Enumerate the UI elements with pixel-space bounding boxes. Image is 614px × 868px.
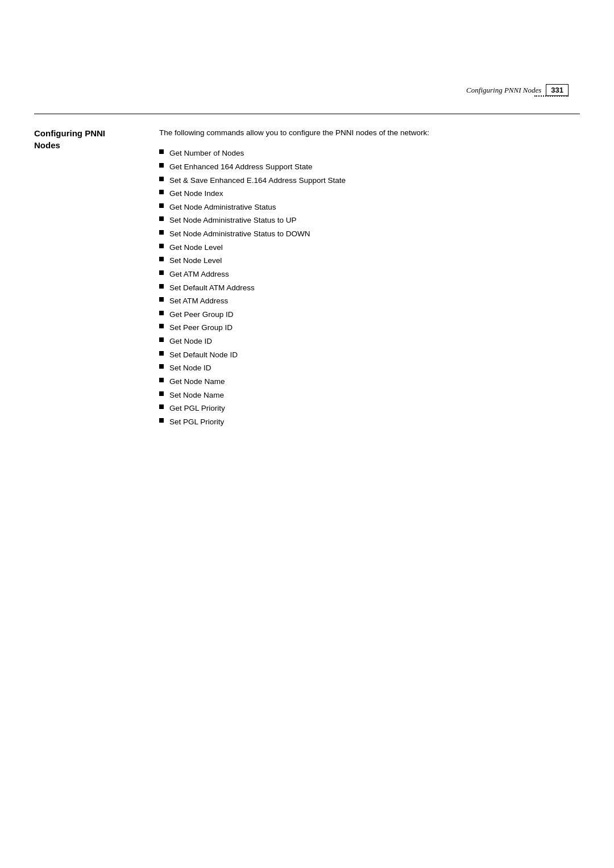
bullet-text: Get Node Level	[169, 241, 580, 254]
page: Configuring PNNI Nodes 331 Configuring P…	[0, 0, 614, 868]
bullet-text: Set Node Name	[169, 389, 580, 402]
bullet-icon	[159, 149, 164, 154]
bullet-icon	[159, 230, 164, 235]
list-item: Get Enhanced 164 Address Support State	[159, 160, 580, 174]
bullet-icon	[159, 244, 164, 248]
bullet-text: Set Node ID	[169, 361, 580, 375]
bullet-icon	[159, 391, 164, 396]
list-item: Get Node Index	[159, 187, 580, 201]
list-item: Get Number of Nodes	[159, 147, 580, 160]
bullet-icon	[159, 337, 164, 342]
list-item: Set Default ATM Address	[159, 281, 580, 295]
list-item: Get PGL Priority	[159, 402, 580, 415]
list-item: Set Node Level	[159, 254, 580, 268]
bullet-text: Set Node Administrative Status to DOWN	[169, 227, 580, 241]
bullet-icon	[159, 311, 164, 315]
list-item: Get Node Administrative Status	[159, 201, 580, 214]
bullet-icon	[159, 284, 164, 289]
list-item: Set ATM Address	[159, 294, 580, 308]
list-item: Get Node ID	[159, 335, 580, 348]
bullet-text: Set Peer Group ID	[169, 321, 580, 335]
list-item: Set & Save Enhanced E.164 Address Suppor…	[159, 174, 580, 187]
bullet-icon	[159, 203, 164, 208]
bullet-text: Get PGL Priority	[169, 402, 580, 415]
dotted-decoration	[534, 95, 569, 97]
bullet-text: Get Node Name	[169, 375, 580, 389]
bullet-text: Set Default ATM Address	[169, 281, 580, 295]
section-rule	[34, 114, 580, 114]
bullet-text: Set PGL Priority	[169, 415, 580, 429]
bullet-list: Get Number of NodesGet Enhanced 164 Addr…	[159, 147, 580, 428]
bullet-icon	[159, 404, 164, 409]
header-title: Configuring PNNI Nodes	[466, 86, 541, 95]
list-item: Get Node Name	[159, 375, 580, 389]
list-item: Get ATM Address	[159, 268, 580, 281]
list-item: Set Default Node ID	[159, 348, 580, 362]
bullet-icon	[159, 297, 164, 302]
list-item: Get Peer Group ID	[159, 308, 580, 322]
bullet-icon	[159, 257, 164, 261]
bullet-icon	[159, 177, 164, 181]
bullet-icon	[159, 364, 164, 369]
bullet-icon	[159, 351, 164, 356]
bullet-text: Get Node Administrative Status	[169, 201, 580, 214]
bullet-text: Set ATM Address	[169, 294, 580, 308]
bullet-text: Set & Save Enhanced E.164 Address Suppor…	[169, 174, 580, 187]
section-title: Configuring PNNI Nodes	[34, 127, 148, 151]
bullet-text: Get ATM Address	[169, 268, 580, 281]
bullet-text: Set Default Node ID	[169, 348, 580, 362]
list-item: Set PGL Priority	[159, 415, 580, 429]
main-content: Configuring PNNI Nodes The following com…	[34, 125, 580, 428]
page-number: 331	[546, 84, 569, 96]
page-header: Configuring PNNI Nodes 331	[466, 84, 569, 96]
bullet-icon	[159, 216, 164, 221]
bullet-icon	[159, 324, 164, 328]
bullet-text: Get Enhanced 164 Address Support State	[169, 160, 580, 174]
bullet-icon	[159, 163, 164, 168]
bullet-icon	[159, 270, 164, 275]
bullet-icon	[159, 378, 164, 382]
list-item: Set Node Administrative Status to DOWN	[159, 227, 580, 241]
list-item: Set Node ID	[159, 361, 580, 375]
bullet-text: Get Node Index	[169, 187, 580, 201]
bullet-text: Set Node Level	[169, 254, 580, 268]
bullet-text: Get Node ID	[169, 335, 580, 348]
bullet-text: Get Peer Group ID	[169, 308, 580, 322]
list-item: Set Node Name	[159, 389, 580, 402]
bullet-text: Get Number of Nodes	[169, 147, 580, 160]
bullet-icon	[159, 418, 164, 423]
bullet-text: Set Node Administrative Status to UP	[169, 214, 580, 227]
list-item: Get Node Level	[159, 241, 580, 254]
right-column: The following commands allow you to conf…	[159, 125, 580, 428]
list-item: Set Node Administrative Status to UP	[159, 214, 580, 227]
left-column: Configuring PNNI Nodes	[34, 125, 159, 428]
list-item: Set Peer Group ID	[159, 321, 580, 335]
intro-text: The following commands allow you to conf…	[159, 127, 580, 139]
bullet-icon	[159, 190, 164, 194]
